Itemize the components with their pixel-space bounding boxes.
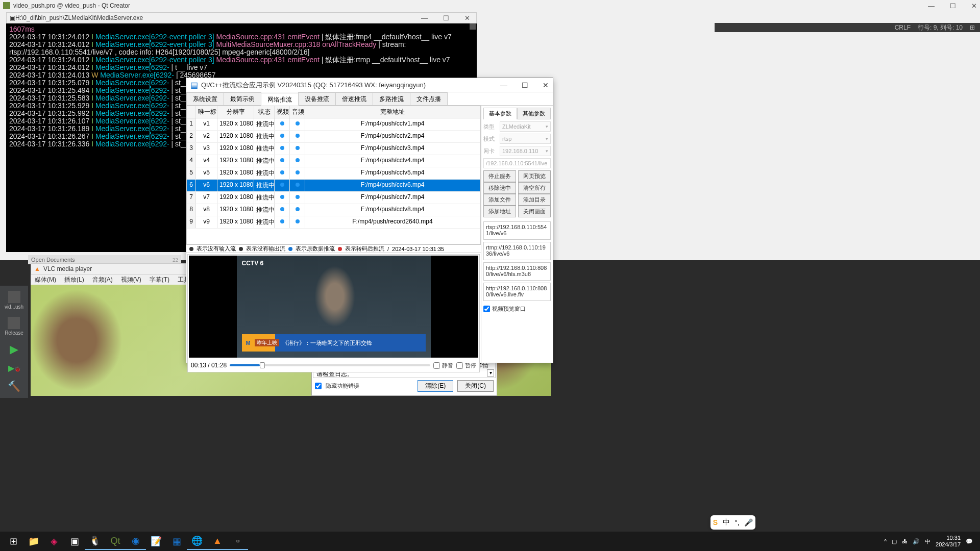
run-button[interactable]: ▶ [10, 343, 18, 356]
console-line: 2024-03-17 10:31:24.012 I MediaServer.ex… [9, 56, 474, 64]
table-row[interactable]: 6v61920 x 1080推流中F:/mp4/push/cctv6.mp4 [187, 180, 480, 192]
mode-select[interactable]: rtsp▾ [500, 134, 551, 144]
table-row[interactable]: 9v91920 x 1080推流中F:/mp4/push/record2640.… [187, 216, 480, 229]
tab-other-params[interactable]: 其他参数 [517, 108, 551, 119]
chrome-icon[interactable]: 🌐 [187, 533, 207, 550]
close-button[interactable]: 关闭(C) [457, 380, 494, 392]
settings-icon[interactable]: ▦ [166, 533, 187, 550]
maximize-icon[interactable]: ☐ [950, 2, 956, 10]
network-icon[interactable]: 🖧 [902, 538, 908, 544]
lang-indicator: 中 [723, 518, 730, 527]
main-tab[interactable]: 设备推流 [298, 92, 336, 105]
vlc-menu-item[interactable]: 字幕(T) [150, 276, 169, 284]
tab-basic-params[interactable]: 基本参数 [483, 108, 517, 119]
ime-widget[interactable]: S 中 °, 🎤 [710, 515, 755, 530]
vlc-menu-item[interactable]: 音频(A) [92, 276, 113, 284]
vlc-menu-item[interactable]: 视频(V) [121, 276, 141, 284]
addr-input[interactable]: /192.168.0.110:5541/live [483, 158, 551, 168]
close-icon[interactable]: ✕ [543, 81, 549, 89]
time-display: 00:13 / 01:28 [191, 362, 227, 369]
build-button[interactable]: 🔨 [8, 380, 20, 392]
console-line: 2024-03-17 10:31:24.012 I MediaServer.ex… [9, 64, 474, 71]
url-display[interactable]: http://192.168.0.110:8080/live/v6.live.f… [483, 283, 551, 301]
maximize-icon[interactable]: ☐ [522, 81, 528, 89]
qq-icon[interactable]: 🐧 [85, 533, 105, 550]
explorer-icon[interactable]: 📁 [23, 533, 44, 550]
qtcreator-sidebar: vid...ush Release ▶ ▶🐞 🔨 [0, 286, 28, 398]
action-button[interactable]: 清空所有 [518, 182, 551, 194]
mute-checkbox[interactable]: 静音 [433, 362, 453, 369]
table-row[interactable]: 3v31920 x 1080推流中F:/mp4/push/cctv3.mp4 [187, 143, 480, 155]
qtcreator-task-icon[interactable]: Qt [105, 533, 126, 550]
clock[interactable]: 10:31 2024/3/17 [936, 535, 961, 548]
nic-select[interactable]: 192.168.0.110▾ [500, 146, 551, 156]
clear-button[interactable]: 清除(E) [418, 380, 453, 392]
split-icon[interactable]: ⊞ [970, 24, 975, 31]
scrollbar-thumb[interactable] [470, 23, 476, 30]
taskbar: ⊞ 📁 ◈ ▣ 🐧 Qt ◉ 📝 ▦ 🌐 ▲ ▫ ^ ▢ 🖧 🔊 中 10:31… [0, 532, 980, 551]
vlc-menu-item[interactable]: 媒体(M) [35, 276, 56, 284]
dropdown-icon[interactable]: ▾ [487, 369, 494, 377]
table-row[interactable]: 1v11920 x 1080推流中F:/mp4/push/cctv1.mp4 [187, 118, 480, 131]
table-row[interactable]: 2v21920 x 1080推流中F:/mp4/push/cctv2.mp4 [187, 131, 480, 143]
table-row[interactable]: 5v51920 x 1080推流中F:/mp4/push/cctv5.mp4 [187, 167, 480, 180]
url-display[interactable]: rtmp://192.168.0.110:1936/live/v6 [483, 242, 551, 260]
app-titlebar[interactable]: ▤ Qt/C++推流综合应用示例 V20240315 (QQ: 51721649… [186, 78, 553, 92]
seek-slider[interactable] [230, 364, 430, 366]
project-selector[interactable]: vid...ush [5, 291, 23, 310]
minimize-icon[interactable]: — [421, 14, 428, 22]
tray-expand-icon[interactable]: ^ [884, 538, 887, 544]
action-button[interactable]: 添加文件 [483, 194, 516, 206]
main-tab[interactable]: 网络推流 [261, 93, 299, 106]
battery-icon[interactable]: ▢ [892, 538, 897, 545]
main-tab[interactable]: 系统设置 [186, 92, 224, 105]
table-row[interactable]: 7v71920 x 1080推流中F:/mp4/push/cctv7.mp4 [187, 192, 480, 204]
type-select[interactable]: ZLMediaKit▾ [500, 121, 551, 132]
vlc-menu-item[interactable]: 播放(L) [64, 276, 84, 284]
maximize-icon[interactable]: ☐ [443, 14, 449, 22]
minimize-icon[interactable]: — [928, 2, 935, 10]
build-mode[interactable]: Release [5, 317, 23, 336]
qtcreator-icon [3, 2, 10, 9]
hide-errors-checkbox[interactable]: 隐藏功能错误 [315, 382, 359, 390]
browser-icon[interactable]: ◉ [126, 533, 146, 550]
vlc-task-icon[interactable]: ▲ [207, 533, 228, 550]
pause-checkbox[interactable]: 暂停 [456, 362, 476, 369]
notepad-icon[interactable]: 📝 [146, 533, 166, 550]
push-app-window: ▤ Qt/C++推流综合应用示例 V20240315 (QQ: 51721649… [186, 78, 553, 363]
table-row[interactable]: 8v81920 x 1080推流中F:/mp4/push/cctv8.mp4 [187, 204, 480, 216]
app-icon-1[interactable]: ◈ [44, 533, 64, 550]
action-button[interactable]: 移除选中 [483, 182, 516, 194]
preview-controls: 00:13 / 01:28 静音 暂停 [188, 359, 479, 372]
console-titlebar[interactable]: ▣ H:\0_dll\bin_push\ZLMediaKit\MediaServ… [6, 12, 477, 23]
volume-icon[interactable]: 🔊 [913, 538, 920, 545]
url-display[interactable]: http://192.168.0.110:8080/live/v6/hls.m3… [483, 262, 551, 281]
main-tab[interactable]: 倍速推流 [335, 92, 373, 105]
param-tabs: 基本参数 其他参数 [483, 108, 551, 119]
lang-tray[interactable]: 中 [925, 538, 930, 545]
close-icon[interactable]: ✕ [464, 14, 470, 22]
preview-window-checkbox[interactable]: 视频预览窗口 [483, 305, 551, 313]
main-tab[interactable]: 文件点播 [410, 92, 448, 105]
action-button[interactable]: 关闭画面 [518, 206, 551, 217]
minimize-icon[interactable]: — [500, 81, 507, 89]
main-tab[interactable]: 最简示例 [224, 92, 261, 105]
app-task-icon[interactable]: ▫ [228, 533, 248, 550]
action-button[interactable]: 添加地址 [483, 206, 516, 217]
close-icon[interactable]: ✕ [971, 2, 977, 10]
action-button[interactable]: 添加目录 [518, 194, 551, 206]
terminal-icon[interactable]: ▣ [64, 533, 85, 550]
url-display[interactable]: rtsp://192.168.0.110:5541/live/v6 [483, 221, 551, 240]
legend-bar: 表示没有输入流 表示没有输出流 表示原数据推流 表示转码后推流 /2024-03… [186, 244, 481, 253]
notifications-icon[interactable]: 💬 [966, 538, 973, 545]
action-button[interactable]: 停止服务 [483, 170, 516, 182]
debug-button[interactable]: ▶🐞 [8, 363, 20, 373]
main-tab[interactable]: 多路推流 [373, 92, 410, 105]
sogou-icon: S [713, 518, 718, 527]
table-row[interactable]: 4v41920 x 1080推流中F:/mp4/push/cctv4.mp4 [187, 155, 480, 167]
preview-video[interactable]: CCTV 6 M 昨年上映 《潜行》：一场暗网之下的正邪交锋 [189, 256, 478, 358]
main-tabs: 系统设置最简示例网络推流设备推流倍速推流多路推流文件点播 [186, 92, 553, 106]
action-button[interactable]: 网页预览 [518, 170, 551, 182]
qtcreator-titlebar[interactable]: video_push.pro @ video_push - Qt Creator… [0, 0, 980, 11]
start-button[interactable]: ⊞ [3, 533, 23, 550]
